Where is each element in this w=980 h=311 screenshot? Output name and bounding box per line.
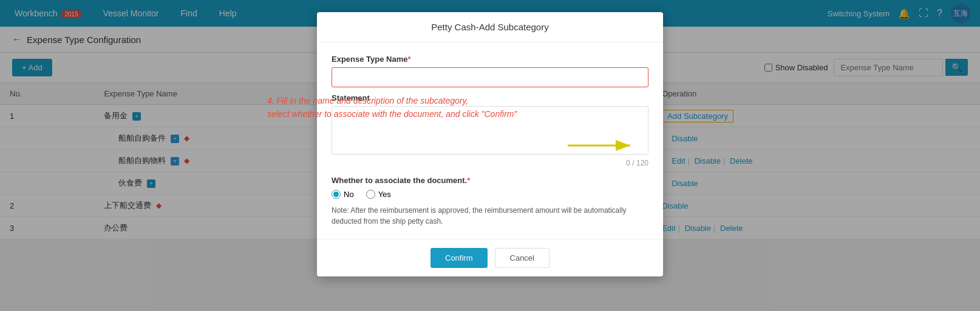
modal-header: Petty Cash-Add Subcategory (317, 12, 663, 42)
expense-type-name-input[interactable] (332, 67, 648, 87)
radio-yes[interactable]: Yes (366, 190, 391, 199)
modal-footer: Confirm Cancel (317, 239, 663, 239)
radio-yes-input[interactable] (366, 190, 375, 199)
modal-body: Expense Type Name* Statement 0 / 120 Whe… (317, 42, 663, 239)
modal-title: Petty Cash-Add Subcategory (431, 22, 548, 32)
required-star: * (407, 55, 410, 64)
associate-doc-radio-group: No Yes (332, 190, 648, 199)
radio-no[interactable]: No (332, 190, 354, 199)
char-count: 0 / 120 (332, 159, 648, 167)
statement-textarea[interactable] (332, 106, 648, 155)
associate-doc-label: Whether to associate the document.* (332, 176, 648, 185)
radio-no-input[interactable] (332, 190, 341, 199)
required-star2: * (467, 176, 470, 185)
expense-type-name-label: Expense Type Name* (332, 55, 648, 64)
note-text: Note: After the reimbursement is approve… (332, 205, 648, 227)
modal-dialog: Petty Cash-Add Subcategory Expense Type … (317, 12, 663, 239)
modal-overlay: 4. Fill in the name and description of t… (0, 0, 980, 239)
statement-label: Statement (332, 93, 648, 102)
